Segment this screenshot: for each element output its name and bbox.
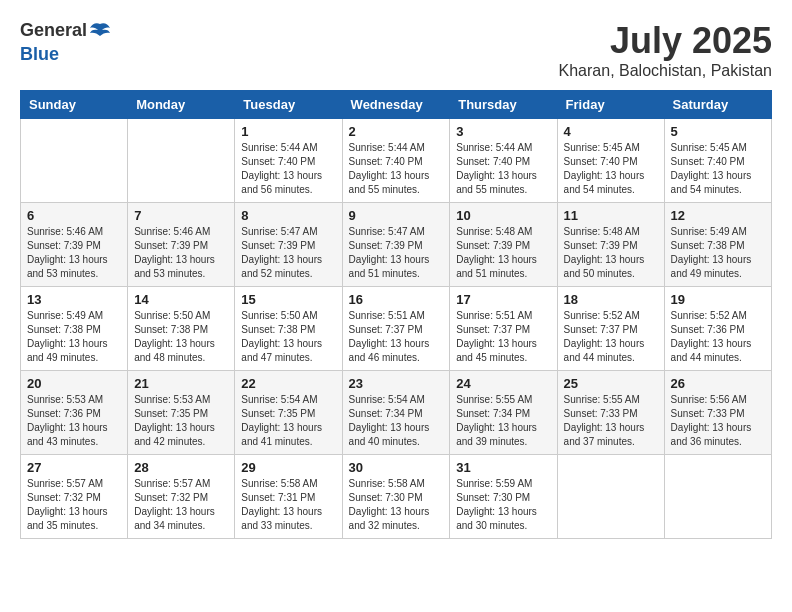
calendar-table: SundayMondayTuesdayWednesdayThursdayFrid… — [20, 90, 772, 539]
calendar-cell — [21, 119, 128, 203]
calendar-cell: 13Sunrise: 5:49 AM Sunset: 7:38 PM Dayli… — [21, 287, 128, 371]
weekday-header-row: SundayMondayTuesdayWednesdayThursdayFrid… — [21, 91, 772, 119]
calendar-week-5: 27Sunrise: 5:57 AM Sunset: 7:32 PM Dayli… — [21, 455, 772, 539]
day-number: 22 — [241, 376, 335, 391]
day-info: Sunrise: 5:47 AM Sunset: 7:39 PM Dayligh… — [241, 225, 335, 281]
weekday-header-saturday: Saturday — [664, 91, 771, 119]
day-number: 11 — [564, 208, 658, 223]
calendar-cell: 12Sunrise: 5:49 AM Sunset: 7:38 PM Dayli… — [664, 203, 771, 287]
month-title: July 2025 — [559, 20, 772, 62]
day-number: 15 — [241, 292, 335, 307]
day-info: Sunrise: 5:53 AM Sunset: 7:36 PM Dayligh… — [27, 393, 121, 449]
calendar-cell: 31Sunrise: 5:59 AM Sunset: 7:30 PM Dayli… — [450, 455, 557, 539]
day-number: 30 — [349, 460, 444, 475]
day-number: 25 — [564, 376, 658, 391]
day-number: 27 — [27, 460, 121, 475]
logo-bird-icon — [88, 20, 112, 44]
day-number: 24 — [456, 376, 550, 391]
day-number: 16 — [349, 292, 444, 307]
weekday-header-monday: Monday — [128, 91, 235, 119]
calendar-cell: 23Sunrise: 5:54 AM Sunset: 7:34 PM Dayli… — [342, 371, 450, 455]
weekday-header-thursday: Thursday — [450, 91, 557, 119]
day-info: Sunrise: 5:58 AM Sunset: 7:31 PM Dayligh… — [241, 477, 335, 533]
day-info: Sunrise: 5:44 AM Sunset: 7:40 PM Dayligh… — [241, 141, 335, 197]
day-number: 2 — [349, 124, 444, 139]
day-info: Sunrise: 5:47 AM Sunset: 7:39 PM Dayligh… — [349, 225, 444, 281]
day-info: Sunrise: 5:51 AM Sunset: 7:37 PM Dayligh… — [456, 309, 550, 365]
calendar-cell: 22Sunrise: 5:54 AM Sunset: 7:35 PM Dayli… — [235, 371, 342, 455]
day-number: 31 — [456, 460, 550, 475]
calendar-cell: 9Sunrise: 5:47 AM Sunset: 7:39 PM Daylig… — [342, 203, 450, 287]
weekday-header-wednesday: Wednesday — [342, 91, 450, 119]
day-number: 4 — [564, 124, 658, 139]
title-area: July 2025 Kharan, Balochistan, Pakistan — [559, 20, 772, 80]
calendar-cell — [557, 455, 664, 539]
calendar-cell: 16Sunrise: 5:51 AM Sunset: 7:37 PM Dayli… — [342, 287, 450, 371]
day-info: Sunrise: 5:44 AM Sunset: 7:40 PM Dayligh… — [456, 141, 550, 197]
calendar-cell: 4Sunrise: 5:45 AM Sunset: 7:40 PM Daylig… — [557, 119, 664, 203]
day-info: Sunrise: 5:44 AM Sunset: 7:40 PM Dayligh… — [349, 141, 444, 197]
calendar-cell: 24Sunrise: 5:55 AM Sunset: 7:34 PM Dayli… — [450, 371, 557, 455]
calendar-cell: 6Sunrise: 5:46 AM Sunset: 7:39 PM Daylig… — [21, 203, 128, 287]
day-number: 20 — [27, 376, 121, 391]
calendar-cell: 5Sunrise: 5:45 AM Sunset: 7:40 PM Daylig… — [664, 119, 771, 203]
day-number: 17 — [456, 292, 550, 307]
calendar-cell: 1Sunrise: 5:44 AM Sunset: 7:40 PM Daylig… — [235, 119, 342, 203]
calendar-cell: 3Sunrise: 5:44 AM Sunset: 7:40 PM Daylig… — [450, 119, 557, 203]
day-number: 10 — [456, 208, 550, 223]
day-number: 12 — [671, 208, 765, 223]
calendar-cell: 15Sunrise: 5:50 AM Sunset: 7:38 PM Dayli… — [235, 287, 342, 371]
day-number: 26 — [671, 376, 765, 391]
day-info: Sunrise: 5:55 AM Sunset: 7:33 PM Dayligh… — [564, 393, 658, 449]
day-number: 3 — [456, 124, 550, 139]
day-info: Sunrise: 5:46 AM Sunset: 7:39 PM Dayligh… — [134, 225, 228, 281]
day-info: Sunrise: 5:53 AM Sunset: 7:35 PM Dayligh… — [134, 393, 228, 449]
logo: General Blue — [20, 20, 113, 65]
day-number: 21 — [134, 376, 228, 391]
day-number: 9 — [349, 208, 444, 223]
weekday-header-tuesday: Tuesday — [235, 91, 342, 119]
logo-blue: Blue — [20, 44, 59, 64]
day-number: 28 — [134, 460, 228, 475]
calendar-week-2: 6Sunrise: 5:46 AM Sunset: 7:39 PM Daylig… — [21, 203, 772, 287]
calendar-week-1: 1Sunrise: 5:44 AM Sunset: 7:40 PM Daylig… — [21, 119, 772, 203]
calendar-week-3: 13Sunrise: 5:49 AM Sunset: 7:38 PM Dayli… — [21, 287, 772, 371]
day-info: Sunrise: 5:58 AM Sunset: 7:30 PM Dayligh… — [349, 477, 444, 533]
calendar-cell: 11Sunrise: 5:48 AM Sunset: 7:39 PM Dayli… — [557, 203, 664, 287]
day-info: Sunrise: 5:46 AM Sunset: 7:39 PM Dayligh… — [27, 225, 121, 281]
calendar-cell: 27Sunrise: 5:57 AM Sunset: 7:32 PM Dayli… — [21, 455, 128, 539]
calendar-cell: 8Sunrise: 5:47 AM Sunset: 7:39 PM Daylig… — [235, 203, 342, 287]
calendar-cell: 7Sunrise: 5:46 AM Sunset: 7:39 PM Daylig… — [128, 203, 235, 287]
day-number: 5 — [671, 124, 765, 139]
day-info: Sunrise: 5:45 AM Sunset: 7:40 PM Dayligh… — [564, 141, 658, 197]
day-info: Sunrise: 5:48 AM Sunset: 7:39 PM Dayligh… — [564, 225, 658, 281]
day-number: 19 — [671, 292, 765, 307]
day-info: Sunrise: 5:54 AM Sunset: 7:35 PM Dayligh… — [241, 393, 335, 449]
calendar-cell: 21Sunrise: 5:53 AM Sunset: 7:35 PM Dayli… — [128, 371, 235, 455]
calendar-cell: 10Sunrise: 5:48 AM Sunset: 7:39 PM Dayli… — [450, 203, 557, 287]
logo-text: General Blue — [20, 20, 113, 65]
calendar-cell — [128, 119, 235, 203]
location-title: Kharan, Balochistan, Pakistan — [559, 62, 772, 80]
calendar-week-4: 20Sunrise: 5:53 AM Sunset: 7:36 PM Dayli… — [21, 371, 772, 455]
day-number: 23 — [349, 376, 444, 391]
day-info: Sunrise: 5:56 AM Sunset: 7:33 PM Dayligh… — [671, 393, 765, 449]
day-info: Sunrise: 5:54 AM Sunset: 7:34 PM Dayligh… — [349, 393, 444, 449]
calendar-cell — [664, 455, 771, 539]
day-info: Sunrise: 5:50 AM Sunset: 7:38 PM Dayligh… — [134, 309, 228, 365]
calendar-body: 1Sunrise: 5:44 AM Sunset: 7:40 PM Daylig… — [21, 119, 772, 539]
calendar-cell: 14Sunrise: 5:50 AM Sunset: 7:38 PM Dayli… — [128, 287, 235, 371]
day-info: Sunrise: 5:45 AM Sunset: 7:40 PM Dayligh… — [671, 141, 765, 197]
day-info: Sunrise: 5:57 AM Sunset: 7:32 PM Dayligh… — [27, 477, 121, 533]
weekday-header-friday: Friday — [557, 91, 664, 119]
day-info: Sunrise: 5:52 AM Sunset: 7:36 PM Dayligh… — [671, 309, 765, 365]
calendar-header: SundayMondayTuesdayWednesdayThursdayFrid… — [21, 91, 772, 119]
day-number: 14 — [134, 292, 228, 307]
day-info: Sunrise: 5:57 AM Sunset: 7:32 PM Dayligh… — [134, 477, 228, 533]
day-info: Sunrise: 5:55 AM Sunset: 7:34 PM Dayligh… — [456, 393, 550, 449]
page-header: General Blue July 2025 Kharan, Balochist… — [20, 20, 772, 80]
calendar-cell: 30Sunrise: 5:58 AM Sunset: 7:30 PM Dayli… — [342, 455, 450, 539]
day-number: 6 — [27, 208, 121, 223]
logo-general: General — [20, 20, 87, 40]
day-info: Sunrise: 5:49 AM Sunset: 7:38 PM Dayligh… — [671, 225, 765, 281]
